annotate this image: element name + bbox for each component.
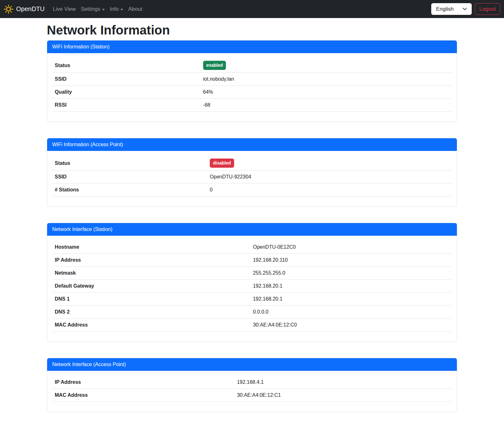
nav-item-info[interactable]: Info — [107, 3, 126, 15]
row-value: enabled — [201, 58, 452, 73]
status-badge: disabled — [210, 159, 234, 168]
nav-item-about[interactable]: About — [126, 3, 145, 15]
row-value: 30:AE:A4:0E:12:C1 — [234, 389, 452, 402]
brand-label: OpenDTU — [16, 5, 45, 13]
row-value: 30:AE:A4:0E:12:C0 — [250, 319, 452, 332]
card-header: WiFi Information (Station) — [47, 41, 457, 53]
status-badge: enabled — [203, 61, 226, 70]
row-value: 64% — [201, 86, 452, 99]
info-card: WiFi Information (Station) Statusenabled… — [47, 40, 457, 122]
row-value: 255.255.255.0 — [250, 267, 452, 280]
row-value: 192.168.20.1 — [250, 280, 452, 293]
info-table: HostnameOpenDTU-0E12C0IP Address192.168.… — [52, 241, 452, 332]
table-row: MAC Address30:AE:A4:0E:12:C0 — [52, 319, 452, 332]
language-select[interactable]: English — [431, 3, 472, 15]
navbar: OpenDTU Live ViewSettingsInfoAbout Engli… — [0, 0, 504, 18]
row-label: Status — [52, 156, 207, 171]
card-header: Network Interface (Access Point) — [47, 358, 457, 371]
row-value: disabled — [207, 156, 452, 171]
row-value: -68 — [201, 99, 452, 112]
table-row: Quality64% — [52, 86, 452, 99]
table-row: IP Address192.168.20.110 — [52, 254, 452, 267]
info-table: IP Address192.168.4.1MAC Address30:AE:A4… — [52, 376, 452, 402]
table-row: HostnameOpenDTU-0E12C0 — [52, 241, 452, 254]
row-value: 192.168.20.1 — [250, 293, 452, 306]
language-select-value: English — [436, 6, 454, 12]
table-row: Default Gateway192.168.20.1 — [52, 280, 452, 293]
info-table: StatusdisabledSSIDOpenDTU-922304# Statio… — [52, 156, 452, 196]
card-header: Network Interface (Station) — [47, 223, 457, 236]
cards-container: WiFi Information (Station) Statusenabled… — [47, 40, 457, 412]
row-label: Hostname — [52, 241, 250, 254]
chevron-down-icon — [121, 9, 123, 10]
main-content: Network Information WiFi Information (St… — [47, 22, 457, 412]
table-row: SSIDiot.nobody.lan — [52, 73, 452, 86]
card-body: HostnameOpenDTU-0E12C0IP Address192.168.… — [47, 236, 457, 342]
table-row: IP Address192.168.4.1 — [52, 376, 452, 389]
card-body: StatusenabledSSIDiot.nobody.lanQuality64… — [47, 53, 457, 122]
row-label: RSSI — [52, 99, 201, 112]
row-label: # Stations — [52, 184, 207, 196]
row-label: MAC Address — [52, 389, 234, 402]
nav-item-settings[interactable]: Settings — [78, 3, 107, 15]
logout-button[interactable]: Logout — [475, 3, 500, 15]
chevron-down-icon — [102, 9, 105, 10]
card-body: StatusdisabledSSIDOpenDTU-922304# Statio… — [47, 151, 457, 207]
row-value: OpenDTU-922304 — [207, 171, 452, 184]
table-row: SSIDOpenDTU-922304 — [52, 171, 452, 184]
row-label: Default Gateway — [52, 280, 250, 293]
table-row: MAC Address30:AE:A4:0E:12:C1 — [52, 389, 452, 402]
row-label: IP Address — [52, 254, 250, 267]
row-value: 0.0.0.0 — [250, 306, 452, 319]
row-label: MAC Address — [52, 319, 250, 332]
row-label: DNS 1 — [52, 293, 250, 306]
sun-icon — [4, 4, 13, 14]
nav-item-live-view[interactable]: Live View — [50, 3, 78, 15]
row-value: iot.nobody.lan — [201, 73, 452, 86]
row-label: SSID — [52, 73, 201, 86]
row-label: IP Address — [52, 376, 234, 389]
row-label: SSID — [52, 171, 207, 184]
table-row: Statusenabled — [52, 58, 452, 73]
table-row: Netmask255.255.255.0 — [52, 267, 452, 280]
row-label: DNS 2 — [52, 306, 250, 319]
row-label: Quality — [52, 86, 201, 99]
row-value: 192.168.20.110 — [250, 254, 452, 267]
table-row: DNS 20.0.0.0 — [52, 306, 452, 319]
row-label: Status — [52, 58, 201, 73]
table-row: # Stations0 — [52, 184, 452, 196]
table-row: RSSI-68 — [52, 99, 452, 112]
row-value: 0 — [207, 184, 452, 196]
row-value: OpenDTU-0E12C0 — [250, 241, 452, 254]
page-title: Network Information — [47, 22, 457, 38]
nav-links: Live ViewSettingsInfoAbout — [50, 3, 145, 15]
table-row: Statusdisabled — [52, 156, 452, 171]
row-value: 192.168.4.1 — [234, 376, 452, 389]
info-card: WiFi Information (Access Point) Statusdi… — [47, 138, 457, 207]
info-table: StatusenabledSSIDiot.nobody.lanQuality64… — [52, 58, 452, 112]
chevron-down-icon — [463, 8, 467, 10]
brand-link[interactable]: OpenDTU — [4, 4, 45, 14]
card-header: WiFi Information (Access Point) — [47, 138, 457, 151]
row-label: Netmask — [52, 267, 250, 280]
table-row: DNS 1192.168.20.1 — [52, 293, 452, 306]
card-body: IP Address192.168.4.1MAC Address30:AE:A4… — [47, 371, 457, 412]
info-card: Network Interface (Access Point) IP Addr… — [47, 358, 457, 412]
info-card: Network Interface (Station) HostnameOpen… — [47, 223, 457, 342]
